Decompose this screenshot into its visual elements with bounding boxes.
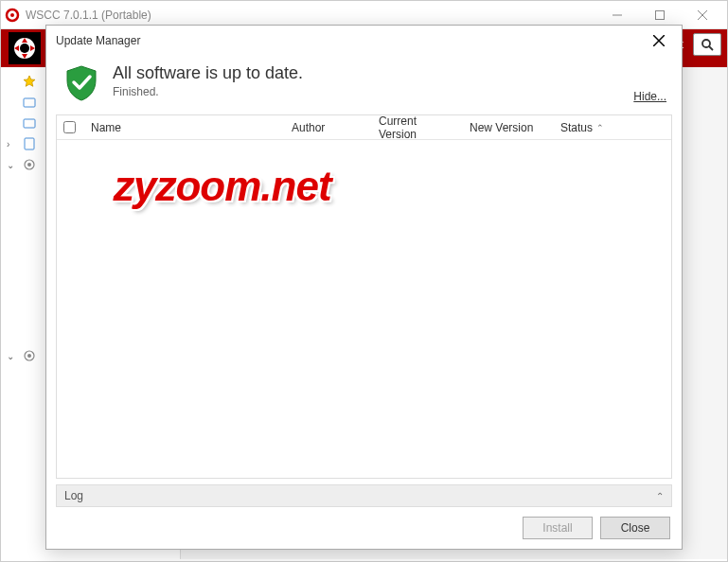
chevron-up-icon: ⌃	[656, 491, 664, 501]
document-icon	[22, 136, 37, 151]
app-icon	[5, 8, 20, 23]
dialog-titlebar: Update Manager	[46, 26, 682, 56]
folder-icon	[22, 115, 37, 131]
update-manager-dialog: Update Manager All software is up to dat…	[45, 25, 683, 550]
svg-rect-10	[24, 98, 35, 107]
status-area: All software is up to date. Finished. Hi…	[46, 56, 682, 114]
shield-check-icon	[62, 63, 101, 103]
column-author[interactable]: Author	[284, 115, 371, 139]
status-heading: All software is up to date.	[113, 63, 303, 83]
svg-rect-3	[655, 10, 664, 19]
dialog-close-button[interactable]	[646, 27, 672, 54]
watermark-text: zyzoom.net	[114, 163, 331, 210]
svg-point-14	[27, 163, 31, 167]
svg-point-8	[702, 40, 710, 47]
status-text: All software is up to date. Finished.	[113, 63, 303, 98]
close-window-button[interactable]	[681, 2, 723, 28]
main-window: WSCC 7.0.1.1 (Portable) bout	[0, 0, 728, 562]
log-panel-header[interactable]: Log ⌃	[56, 484, 672, 507]
svg-line-9	[709, 46, 713, 50]
status-sub: Finished.	[113, 85, 303, 98]
column-checkbox[interactable]	[57, 115, 83, 139]
column-status[interactable]: Status⌃	[553, 115, 671, 139]
column-current-version[interactable]: Current Version	[371, 115, 462, 139]
lifebuoy-icon	[9, 32, 41, 64]
svg-rect-12	[25, 138, 34, 149]
sort-ascending-icon: ⌃	[596, 123, 604, 132]
dialog-title-text: Update Manager	[56, 34, 140, 47]
gear-icon	[22, 157, 37, 172]
svg-point-1	[10, 13, 14, 17]
install-button: Install	[523, 517, 593, 539]
select-all-checkbox[interactable]	[63, 121, 76, 133]
gear-icon	[22, 348, 37, 363]
close-button[interactable]: Close	[600, 517, 670, 539]
list-header: Name Author Current Version New Version …	[57, 115, 671, 140]
star-icon	[22, 74, 37, 89]
chevron-right-icon[interactable]: ›	[7, 139, 18, 149]
search-button[interactable]	[693, 33, 721, 56]
chevron-down-icon[interactable]: ⌄	[7, 351, 18, 361]
log-label: Log	[64, 489, 83, 502]
column-name[interactable]: Name	[83, 115, 284, 139]
chevron-down-icon[interactable]: ⌄	[7, 160, 18, 170]
window-title: WSCC 7.0.1.1 (Portable)	[26, 9, 595, 22]
update-list: Name Author Current Version New Version …	[56, 114, 672, 479]
dialog-button-row: Install Close	[46, 507, 682, 549]
column-new-version[interactable]: New Version	[462, 115, 553, 139]
svg-point-16	[27, 354, 31, 358]
svg-rect-11	[24, 119, 35, 128]
folder-icon	[22, 95, 37, 110]
hide-link[interactable]: Hide...	[633, 90, 666, 103]
svg-point-7	[20, 44, 29, 53]
